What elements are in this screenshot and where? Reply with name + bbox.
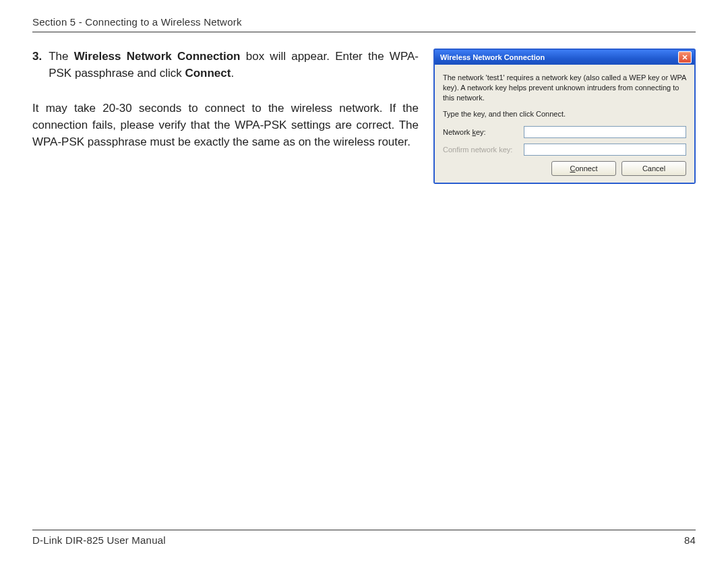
step-text: The Wireless Network Connection box will… xyxy=(49,49,419,82)
page-number: 84 xyxy=(684,534,696,546)
confirm-key-row: Confirm network key: xyxy=(443,144,686,156)
dialog-button-row: Connect Cancel xyxy=(443,161,686,176)
cancel-button[interactable]: Cancel xyxy=(621,161,686,176)
instruction-text-column: 3. The Wireless Network Connection box w… xyxy=(32,49,419,150)
manual-title: D-Link DIR-825 User Manual xyxy=(32,534,166,546)
section-header: Section 5 - Connecting to a Wireless Net… xyxy=(32,16,696,32)
step-number: 3. xyxy=(32,49,42,82)
close-button[interactable] xyxy=(678,51,692,63)
confirm-key-input xyxy=(524,144,686,156)
page-footer: D-Link DIR-825 User Manual 84 xyxy=(32,530,696,546)
close-icon xyxy=(681,54,688,61)
network-key-label: Network key: xyxy=(443,128,524,136)
step-paragraph-2: It may take 20-30 seconds to connect to … xyxy=(32,100,419,150)
dialog-description: The network 'test1' requires a network k… xyxy=(443,73,686,103)
network-key-input[interactable] xyxy=(524,126,686,138)
step-text-bold-2: Connect xyxy=(185,67,231,80)
confirm-key-label: Confirm network key: xyxy=(443,146,524,154)
content-area: 3. The Wireless Network Connection box w… xyxy=(32,32,696,530)
connect-button[interactable]: Connect xyxy=(551,161,616,176)
wireless-connection-dialog: Wireless Network Connection The network … xyxy=(433,49,696,184)
step-text-pre: The xyxy=(49,50,74,63)
dialog-title: Wireless Network Connection xyxy=(440,53,545,61)
network-key-row: Network key: xyxy=(443,126,686,138)
step-3-row: 3. The Wireless Network Connection box w… xyxy=(32,49,419,82)
step-text-bold-1: Wireless Network Connection xyxy=(74,50,241,63)
step-text-post: . xyxy=(231,67,234,80)
dialog-body: The network 'test1' requires a network k… xyxy=(435,65,694,183)
dialog-instruction: Type the key, and then click Connect. xyxy=(443,110,686,118)
dialog-titlebar: Wireless Network Connection xyxy=(435,50,694,65)
